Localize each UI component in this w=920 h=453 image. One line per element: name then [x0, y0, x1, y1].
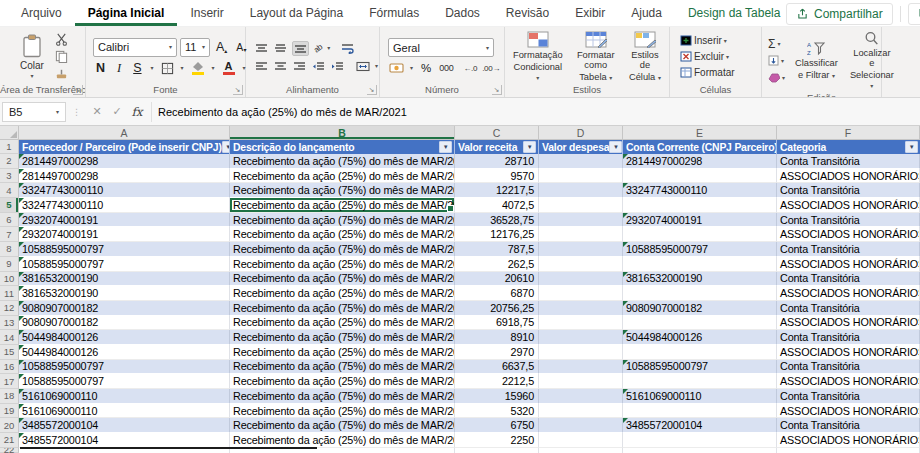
alignment-dialog-launcher[interactable]: ↘ [367, 85, 377, 95]
cell-f21[interactable]: ASSOCIADOS HONORÁRIOS [777, 433, 920, 448]
cell-c21[interactable]: 2250 [455, 433, 539, 448]
cell-d2[interactable] [539, 154, 623, 169]
percent-style-button[interactable]: % [418, 62, 434, 74]
cell-b14[interactable]: Recebimento da ação (75%) do mês de MAR/… [230, 330, 455, 345]
cell-b19[interactable]: Recebimento da ação (25%) do mês de MAR/… [230, 404, 455, 419]
cell-e12[interactable]: 9080907000182 [623, 301, 777, 316]
cell-styles-button[interactable]: Estilos de Célula ▾ [625, 30, 665, 83]
cell-b20[interactable]: Recebimento da ação (75%) do mês de MAR/… [230, 418, 455, 433]
cell-b6[interactable]: Recebimento da ação (75%) do mês de MAR/… [230, 213, 455, 228]
cell-e18[interactable]: 5161069000110 [623, 389, 777, 404]
table-column-header-e[interactable]: Conta Corrente (CNPJ Parceiro)▼ [623, 140, 777, 154]
cell-f4[interactable]: Conta Transitória [777, 183, 920, 198]
cell-d9[interactable] [539, 257, 623, 272]
cell-d6[interactable] [539, 213, 623, 228]
column-header-f[interactable]: F [777, 126, 920, 140]
column-header-d[interactable]: D [539, 126, 623, 140]
cell-f22[interactable] [777, 448, 920, 453]
cell-a15[interactable]: 5044984000126 [19, 345, 230, 360]
cell-a8[interactable]: 10588595000797 [19, 242, 230, 257]
column-header-a[interactable]: A [19, 126, 230, 140]
cell-c7[interactable]: 12176,25 [455, 227, 539, 242]
decrease-indent-button[interactable] [311, 60, 326, 73]
select-all-corner[interactable] [0, 126, 19, 140]
cell-f14[interactable]: Conta Transitória [777, 330, 920, 345]
insert-function-button[interactable]: fx [127, 105, 147, 119]
align-center-button[interactable] [273, 60, 288, 73]
filter-button[interactable]: ▼ [905, 141, 918, 153]
clipboard-dialog-launcher[interactable]: ↘ [73, 85, 83, 95]
cell-f15[interactable]: ASSOCIADOS HONORÁRIOS [777, 345, 920, 360]
row-header-12[interactable]: 12 [0, 301, 19, 316]
increase-font-button[interactable]: A▴ [213, 40, 230, 54]
cell-b16[interactable]: Recebimento da ação (75%) do mês de MAR/… [230, 360, 455, 375]
cell-f10[interactable]: Conta Transitória [777, 272, 920, 287]
font-color-button[interactable]: A [221, 61, 237, 75]
cell-c4[interactable]: 12217,5 [455, 183, 539, 198]
format-cells-button[interactable]: Formatar [678, 65, 737, 80]
increase-decimal-button[interactable]: ←.0 [463, 64, 477, 73]
row-header-21[interactable]: 21 [0, 433, 19, 448]
filter-button[interactable]: ▼ [609, 141, 622, 153]
cell-f5[interactable]: ASSOCIADOS HONORÁRIOS [777, 198, 920, 213]
cell-c3[interactable]: 9570 [455, 169, 539, 184]
row-header-16[interactable]: 16 [0, 360, 19, 375]
cell-b8[interactable]: Recebimento da ação (75%) do mês de MAR/… [230, 242, 455, 257]
cell-c6[interactable]: 36528,75 [455, 213, 539, 228]
cell-e22[interactable] [623, 448, 777, 453]
cell-c14[interactable]: 8910 [455, 330, 539, 345]
cell-e10[interactable]: 3816532000190 [623, 272, 777, 287]
cell-e20[interactable]: 3485572000104 [623, 418, 777, 433]
cell-d14[interactable] [539, 330, 623, 345]
cell-a14[interactable]: 5044984000126 [19, 330, 230, 345]
cell-f3[interactable]: ASSOCIADOS HONORÁRIOS [777, 169, 920, 184]
cell-e14[interactable]: 5044984000126 [623, 330, 777, 345]
cell-d4[interactable] [539, 183, 623, 198]
enter-button[interactable]: ✓ [107, 105, 127, 118]
cell-b3[interactable]: Recebimento da ação (25%) do mês de MAR/… [230, 169, 455, 184]
cell-e7[interactable] [623, 227, 777, 242]
wrap-text-button[interactable] [340, 42, 355, 55]
cell-c9[interactable]: 262,5 [455, 257, 539, 272]
cell-d11[interactable] [539, 286, 623, 301]
cell-b9[interactable]: Recebimento da ação (25%) do mês de MAR/… [230, 257, 455, 272]
cell-d18[interactable] [539, 389, 623, 404]
format-painter-button[interactable] [54, 66, 69, 81]
ribbon-tab-ajuda[interactable]: Ajuda [618, 0, 675, 26]
align-middle-button[interactable] [273, 42, 288, 55]
align-right-button[interactable] [292, 60, 307, 73]
cell-a16[interactable]: 10588595000797 [19, 360, 230, 375]
cell-a9[interactable]: 10588595000797 [19, 257, 230, 272]
cell-d10[interactable] [539, 272, 623, 287]
cell-a21[interactable]: 3485572000104 [19, 433, 230, 448]
row-header-7[interactable]: 7 [0, 227, 19, 242]
cell-d7[interactable] [539, 227, 623, 242]
ribbon-tab-arquivo[interactable]: Arquivo [8, 0, 75, 26]
find-select-button[interactable]: Localizar e Selecionar ▾ [846, 30, 898, 91]
filter-button[interactable]: ▼ [523, 141, 536, 153]
cell-e8[interactable]: 10588595000797 [623, 242, 777, 257]
cell-e16[interactable]: 10588595000797 [623, 360, 777, 375]
row-header-2[interactable]: 2 [0, 154, 19, 169]
table-column-header-f[interactable]: Categoria▼ [777, 140, 920, 154]
cell-b21[interactable]: Recebimento da ação (25%) do mês de MAR/… [230, 433, 455, 448]
cell-b7[interactable]: Recebimento da ação (25%) do mês de MAR/… [230, 227, 455, 242]
fill-color-button[interactable] [190, 62, 206, 75]
cell-d3[interactable] [539, 169, 623, 184]
cell-b2[interactable]: Recebimento da ação (75%) do mês de MAR/… [230, 154, 455, 169]
cell-c11[interactable]: 6870 [455, 286, 539, 301]
cell-f13[interactable]: ASSOCIADOS HONORÁRIOS [777, 316, 920, 331]
row-header-4[interactable]: 4 [0, 183, 19, 198]
italic-button[interactable]: I [114, 61, 124, 76]
cell-f7[interactable]: ASSOCIADOS HONORÁRIOS [777, 227, 920, 242]
sort-filter-button[interactable]: A Z Classificar e Filtrar ▾ [791, 40, 842, 81]
cell-a12[interactable]: 9080907000182 [19, 301, 230, 316]
column-header-c[interactable]: C [455, 126, 539, 140]
comments-button[interactable]: Comentários [908, 3, 920, 25]
cut-button[interactable] [54, 32, 69, 47]
merge-center-button[interactable] [355, 60, 371, 73]
ribbon-tab-inserir[interactable]: Inserir [177, 0, 236, 26]
conditional-formatting-button[interactable]: Formatação Condicional ▾ [509, 30, 567, 83]
ribbon-tab-p-gina-inicial[interactable]: Página Inicial [75, 0, 178, 26]
comma-style-button[interactable]: 000 [439, 63, 453, 73]
